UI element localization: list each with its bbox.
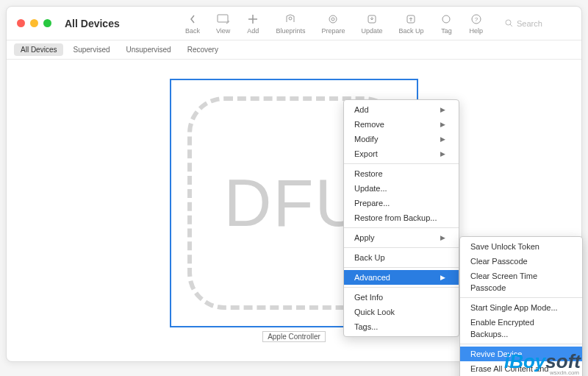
backup-icon <box>404 13 417 26</box>
prepare-button[interactable]: Prepare <box>321 13 345 35</box>
menu-export[interactable]: Export▶ <box>344 146 459 161</box>
menu-backup[interactable]: Back Up <box>344 250 459 265</box>
menu-prepare[interactable]: Prepare... <box>344 196 459 210</box>
svg-point-3 <box>331 18 334 21</box>
titlebar: All Devices Back View Add Blueprints Pre… <box>7 7 581 40</box>
menu-separator <box>460 344 582 344</box>
tag-button[interactable]: Tag <box>440 13 453 35</box>
menu-tags[interactable]: Tags... <box>344 319 459 334</box>
backup-button[interactable]: Back Up <box>398 13 423 35</box>
menu-quick-look[interactable]: Quick Look <box>344 305 459 319</box>
menu-update[interactable]: Update... <box>344 181 459 196</box>
menu-advanced[interactable]: Advanced▶ <box>344 270 459 285</box>
tab-recovery[interactable]: Recovery <box>181 43 225 56</box>
chevron-right-icon: ▶ <box>440 133 445 145</box>
menu-restore[interactable]: Restore <box>344 166 459 181</box>
window-title: All Devices <box>65 18 120 29</box>
submenu-clear-screentime[interactable]: Clear Screen Time Passcode <box>460 269 582 295</box>
chevron-left-icon <box>186 13 199 26</box>
grid-icon <box>217 13 230 26</box>
blueprint-icon <box>284 13 297 26</box>
menu-separator <box>344 247 459 248</box>
close-icon[interactable] <box>17 19 25 27</box>
chevron-right-icon: ▶ <box>440 148 445 160</box>
search-icon <box>505 19 513 27</box>
search-input[interactable]: Search <box>505 19 571 28</box>
svg-point-9 <box>506 20 511 25</box>
update-button[interactable]: Update <box>361 13 382 35</box>
blueprints-button[interactable]: Blueprints <box>276 13 305 35</box>
menu-restore-backup[interactable]: Restore from Backup... <box>344 210 459 225</box>
update-icon <box>365 13 379 26</box>
tab-unsupervised[interactable]: Unsupervised <box>120 43 178 56</box>
tab-supervised[interactable]: Supervised <box>66 43 116 56</box>
view-button[interactable]: View <box>216 13 230 35</box>
add-button[interactable]: Add <box>246 13 259 35</box>
submenu-save-unlock-token[interactable]: Save Unlock Token <box>460 239 582 254</box>
submenu-single-app-mode[interactable]: Start Single App Mode... <box>460 300 582 315</box>
menu-separator <box>460 297 582 298</box>
filter-tabs: All Devices Supervised Unsupervised Reco… <box>7 40 581 60</box>
svg-point-2 <box>329 15 337 23</box>
submenu-clear-passcode[interactable]: Clear Passcode <box>460 254 582 269</box>
menu-add[interactable]: Add▶ <box>344 102 459 117</box>
menu-apply[interactable]: Apply▶ <box>344 230 459 245</box>
menu-separator <box>344 163 459 164</box>
plus-icon <box>246 13 259 26</box>
menu-remove[interactable]: Remove▶ <box>344 117 459 132</box>
svg-rect-0 <box>218 15 228 22</box>
gear-icon <box>326 13 340 26</box>
back-button[interactable]: Back <box>185 13 200 35</box>
tag-icon <box>440 13 453 26</box>
help-icon: ? <box>470 13 483 26</box>
context-menu: Add▶ Remove▶ Modify▶ Export▶ Restore Upd… <box>343 99 459 337</box>
minimize-icon[interactable] <box>30 19 38 27</box>
toolbar: Back View Add Blueprints Prepare Update <box>185 13 571 35</box>
zoom-icon[interactable] <box>43 19 51 27</box>
watermark-sub: wsxdn.com <box>550 369 579 376</box>
chevron-right-icon: ▶ <box>440 232 445 244</box>
tab-all-devices[interactable]: All Devices <box>14 43 63 56</box>
menu-get-info[interactable]: Get Info <box>344 290 459 305</box>
menu-modify[interactable]: Modify▶ <box>344 132 459 146</box>
chevron-right-icon: ▶ <box>440 104 445 116</box>
svg-point-1 <box>289 17 292 20</box>
traffic-lights <box>17 19 51 27</box>
chevron-right-icon: ▶ <box>440 118 445 130</box>
svg-point-6 <box>442 15 450 23</box>
help-button[interactable]: ? Help <box>469 13 483 35</box>
chevron-right-icon: ▶ <box>440 272 445 283</box>
menu-separator <box>344 227 459 228</box>
device-name-label: Apple Controller <box>262 331 326 342</box>
menu-separator <box>344 287 459 288</box>
submenu-encrypted-backups[interactable]: Enable Encrypted Backups... <box>460 315 582 341</box>
menu-separator <box>344 267 459 268</box>
svg-text:?: ? <box>475 16 478 23</box>
